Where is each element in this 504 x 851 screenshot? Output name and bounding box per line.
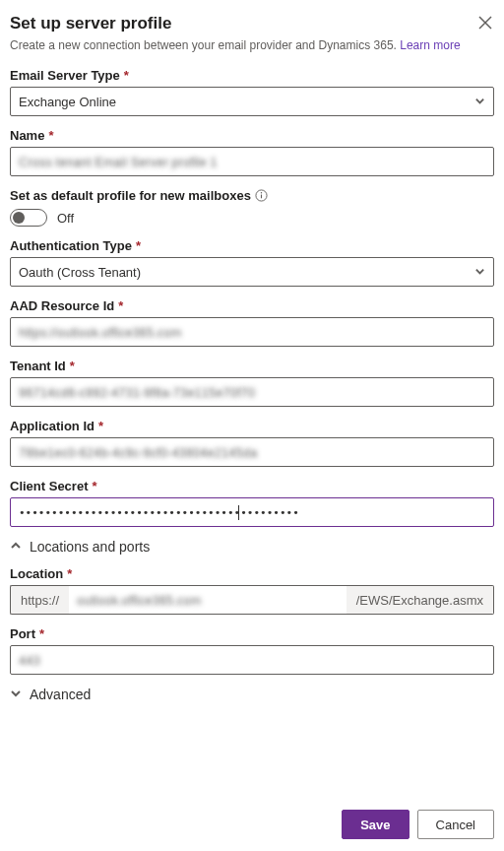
server-type-select[interactable]: Exchange Online [10, 87, 494, 116]
chevron-down-icon [474, 265, 485, 280]
aad-resource-label: AAD Resource Id* [10, 298, 494, 313]
close-button[interactable] [476, 14, 494, 34]
name-input[interactable]: Cross tenant Email Server profile 1 [10, 147, 494, 176]
name-value: Cross tenant Email Server profile 1 [19, 155, 218, 169]
chevron-up-icon [10, 539, 22, 555]
svg-rect-4 [261, 195, 262, 199]
auth-type-value: Oauth (Cross Tenant) [19, 265, 141, 280]
port-value: 443 [19, 653, 40, 668]
client-secret-label: Client Secret* [10, 479, 494, 493]
close-icon [478, 18, 492, 33]
footer: Save Cancel [10, 798, 494, 839]
form-body: Email Server Type* Exchange Online Name*… [10, 68, 494, 798]
port-input[interactable]: 443 [10, 645, 494, 675]
page-subtitle: Create a new connection between your ema… [10, 38, 494, 52]
location-suffix: /EWS/Exchange.asmx [346, 585, 494, 615]
auth-type-label: Authentication Type* [10, 238, 494, 253]
application-id-value: 78be1ec0-624b-4c9c-9cf0-43804e2145da [19, 445, 257, 460]
tenant-id-input[interactable]: 96714cd6-c992-4731-9f8a-73e115e70f70 [10, 377, 494, 407]
location-input[interactable]: outlook.office365.com [69, 585, 346, 615]
application-id-label: Application Id* [10, 419, 494, 433]
aad-resource-input[interactable]: https://outlook.office365.com [10, 317, 494, 347]
name-label: Name* [10, 128, 494, 143]
info-icon[interactable] [255, 189, 268, 202]
default-profile-toggle[interactable] [10, 209, 47, 227]
learn-more-link[interactable]: Learn more [400, 38, 460, 52]
tenant-id-value: 96714cd6-c992-4731-9f8a-73e115e70f70 [19, 385, 255, 400]
advanced-section-title: Advanced [30, 687, 91, 702]
advanced-section-toggle[interactable]: Advanced [10, 687, 494, 702]
location-label: Location* [10, 566, 494, 581]
server-type-value: Exchange Online [19, 95, 116, 109]
tenant-id-label: Tenant Id* [10, 359, 494, 373]
server-type-label: Email Server Type* [10, 68, 494, 83]
subtitle-text: Create a new connection between your ema… [10, 38, 397, 52]
page-title: Set up server profile [10, 14, 171, 33]
location-value: outlook.office365.com [77, 593, 201, 608]
port-label: Port* [10, 626, 494, 641]
client-secret-input[interactable]: ••••••••••••••••••••••••••••••••••••••••… [10, 497, 494, 527]
aad-resource-value: https://outlook.office365.com [19, 325, 181, 340]
location-input-group: https:// outlook.office365.com /EWS/Exch… [10, 585, 494, 615]
default-profile-label: Set as default profile for new mailboxes [10, 188, 494, 203]
chevron-down-icon [474, 95, 485, 109]
locations-section-toggle[interactable]: Locations and ports [10, 539, 494, 555]
location-prefix: https:// [10, 585, 69, 615]
svg-point-3 [261, 192, 262, 193]
cancel-button[interactable]: Cancel [417, 810, 494, 839]
chevron-down-icon [10, 687, 22, 702]
toggle-state-label: Off [57, 211, 74, 226]
save-button[interactable]: Save [342, 810, 409, 839]
client-secret-value: ••••••••••••••••••••••••••••••••••••••••… [19, 506, 299, 519]
auth-type-select[interactable]: Oauth (Cross Tenant) [10, 257, 494, 287]
application-id-input[interactable]: 78be1ec0-624b-4c9c-9cf0-43804e2145da [10, 437, 494, 467]
locations-section-title: Locations and ports [30, 539, 150, 555]
